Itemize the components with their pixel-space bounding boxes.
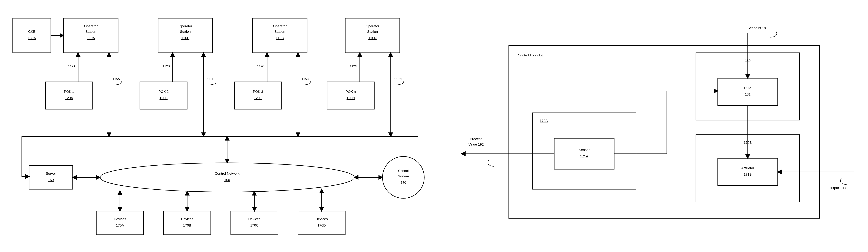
devices-title: Devices [181,217,193,221]
sensor-box [554,138,614,169]
edge-sensor-rule [614,91,718,154]
svg-rect-15 [298,211,345,235]
operator-station-a: Operator Station 110A [64,18,118,53]
output-label: Output 193 [829,186,846,190]
pok-n: POK n 120N [327,82,374,109]
rule-id: 181 [745,92,751,96]
control-loop-title: Control Loop 190 [518,53,545,57]
label-112a: 112A [68,64,75,68]
op-title2: Station [367,30,378,33]
svg-rect-2 [158,18,213,53]
control-system: Control System 180 [382,157,424,198]
label-115a: 115A [113,77,120,81]
devices-d: Devices 170D [298,211,345,235]
pok-id: 120N [346,96,355,100]
svg-rect-5 [45,82,93,109]
hook-115b [209,81,216,85]
gkb-id: 130A [28,36,36,40]
pok-2: POK 2 120B [140,82,187,109]
gkb-box: GKB 130A [13,18,51,53]
svg-rect-8 [327,82,374,109]
pok-title: POK 3 [253,90,263,93]
box-170a-id: 170A [540,119,548,123]
devices-id: 170D [317,223,326,227]
hook-process [488,160,494,167]
devices-title: Devices [315,217,328,221]
sensor-title: Sensor [579,148,590,152]
hook-setpoint [770,31,777,37]
pok-title: POK 2 [158,90,168,93]
process-label1: Process [470,137,483,141]
control-loop-box [509,46,819,218]
pok-title: POK n [346,90,356,93]
op-title2: Station [85,30,96,33]
control-network: Control Network 160 [100,163,354,192]
left-diagram: GKB 130A Operator Station 110A Operator … [13,18,424,235]
devices-id: 170C [250,223,258,227]
hook-output [840,178,847,185]
rule-box [718,78,778,106]
label-115b: 115B [207,77,214,81]
label-112n: 112N [350,64,357,68]
op-title1: Operator [84,24,98,28]
pok-title: POK 1 [64,90,74,93]
gkb-title: GKB [28,30,35,33]
svg-rect-14 [231,211,278,235]
devices-id: 170A [116,223,124,227]
operator-station-n: Operator Station 110N [345,18,400,53]
svg-rect-4 [345,18,400,53]
svg-rect-9 [29,166,73,189]
label-112c: 112C [257,64,265,68]
op-title1: Operator [179,24,192,28]
hook-115c [303,81,311,85]
right-diagram: Control Loop 190 170A Sensor 171A 180 Ru… [462,26,854,218]
op-title1: Operator [273,24,287,28]
op-title2: Station [274,30,285,33]
process-label2: Value 192 [468,142,484,146]
op-id: 110C [276,36,284,40]
pok-id: 120B [159,96,167,100]
pok-id: 120C [254,96,262,100]
network-title: Control Network [215,172,240,175]
devices-title: Devices [248,217,260,221]
devices-a: Devices 170A [96,211,144,235]
op-title1: Operator [366,24,379,28]
operator-station-c: Operator Station 110C [253,18,307,53]
hook-115n [396,81,403,85]
system-title2: System [398,174,409,178]
svg-rect-3 [253,18,307,53]
op-title2: Station [180,30,191,33]
diagram-canvas: GKB 130A Operator Station 110A Operator … [0,0,868,252]
label-115n: 115N [394,77,402,81]
op-id: 110B [181,36,189,40]
actuator-title: Actuator [741,166,754,170]
svg-rect-13 [163,211,211,235]
devices-b: Devices 170B [163,211,211,235]
setpoint-label: Set point 191 [747,26,768,30]
system-title1: Control [398,169,409,173]
svg-rect-0 [13,18,51,53]
op-id: 110N [368,36,376,40]
actuator-id: 171B [744,172,752,176]
label-115c: 115C [302,77,309,81]
server-title: Server [46,172,56,175]
operator-station-b: Operator Station 110B [158,18,213,53]
actuator-box [718,158,778,186]
box-170a: 170A Sensor 171A [532,113,636,189]
devices-title: Devices [114,217,126,221]
sensor-id: 171A [580,154,588,158]
label-112b: 112B [163,64,170,68]
server-id: 150 [48,178,54,182]
network-id: 160 [224,178,230,182]
svg-rect-1 [64,18,118,53]
devices-id: 170B [183,223,191,227]
ellipsis-label: . . . [324,33,329,37]
svg-rect-12 [96,211,144,235]
pok-3: POK 3 120C [235,82,282,109]
op-id: 110A [87,36,95,40]
server-box: Server 150 [29,166,73,189]
system-id: 180 [401,181,406,185]
devices-c: Devices 170C [231,211,278,235]
svg-point-10 [100,163,354,192]
pok-id: 120A [65,96,73,100]
